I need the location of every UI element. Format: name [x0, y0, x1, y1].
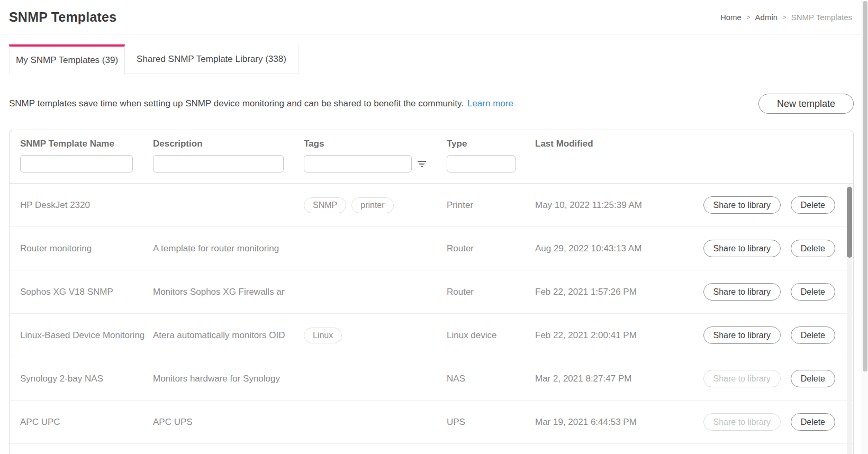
delete-button[interactable]: Delete — [791, 283, 835, 301]
type-filter-input[interactable] — [447, 155, 516, 172]
tab-my-snmp-templates[interactable]: My SNMP Templates (39) — [9, 44, 125, 74]
row-actions: Share to library Delete — [662, 326, 835, 344]
template-last-modified-cell: Mar 2, 2021 8:27:47 PM — [535, 374, 662, 384]
table-row: Linux-Based Device Monitoring Atera auto… — [10, 314, 853, 357]
table-row: HP DeskJet 2320 SNMPprinter Printer May … — [10, 184, 853, 227]
delete-button[interactable]: Delete — [791, 413, 835, 431]
template-last-modified-cell: Mar 19, 2021 6:44:53 PM — [535, 417, 662, 428]
filter-icon[interactable] — [417, 160, 427, 168]
column-tags: Tags — [304, 139, 447, 183]
share-to-library-button[interactable]: Share to library — [703, 196, 781, 214]
template-type-cell: UPS — [447, 417, 535, 428]
template-tags-cell: SNMPprinter — [304, 197, 447, 213]
name-filter-input[interactable] — [20, 155, 133, 172]
column-header-type: Type — [447, 139, 535, 149]
template-type-cell: Router — [447, 243, 535, 254]
intro-text-body: SNMP templates save time when setting up… — [9, 98, 464, 108]
delete-button[interactable]: Delete — [791, 196, 835, 214]
template-name-cell: APC UPC — [20, 417, 153, 428]
page-title: SNMP Templates — [9, 10, 116, 25]
row-actions: Share to library Delete — [662, 283, 835, 301]
delete-button[interactable]: Delete — [791, 326, 835, 344]
template-name-cell: HP DeskJet 2320 — [20, 200, 153, 211]
column-header-last-modified: Last Modified — [535, 139, 662, 149]
page-scrollbar-track — [862, 0, 868, 454]
table-row: Router monitoring A template for router … — [10, 227, 853, 270]
column-description: Description — [153, 139, 304, 183]
breadcrumb: Home > Admin > SNMP Templates — [720, 13, 852, 22]
tabs-bar: My SNMP Templates (39) Shared SNMP Templ… — [9, 44, 868, 74]
column-name: SNMP Template Name — [20, 139, 153, 183]
template-name-cell: Linux-Based Device Monitoring — [20, 330, 153, 341]
table-scrollbar-track — [847, 184, 852, 454]
breadcrumb-separator: > — [746, 13, 751, 21]
share-to-library-button: Share to library — [703, 370, 781, 387]
column-last-modified: Last Modified — [535, 139, 662, 183]
template-name-cell: Router monitoring — [20, 243, 153, 254]
table-body: HP DeskJet 2320 SNMPprinter Printer May … — [10, 184, 853, 444]
row-actions: Share to library Delete — [662, 240, 835, 257]
page-scrollbar-thumb[interactable] — [863, 1, 867, 371]
learn-more-link[interactable]: Learn more — [467, 98, 513, 108]
row-actions: Share to library Delete — [662, 413, 835, 431]
template-description-cell: Monitors hardware for Synology — [153, 374, 285, 384]
table-header-row: SNMP Template Name Description Tags — [10, 130, 853, 184]
column-header-description: Description — [153, 139, 304, 149]
template-type-cell: Linux device — [447, 330, 535, 341]
row-actions: Share to library Delete — [662, 196, 835, 214]
template-description-cell: A template for router monitoring — [153, 243, 285, 254]
share-to-library-button[interactable]: Share to library — [703, 240, 781, 257]
template-description-cell: Monitors Sophos XG Firewalls and — [153, 287, 285, 297]
template-last-modified-cell: Aug 29, 2022 10:43:13 AM — [535, 243, 662, 254]
table-scrollbar-thumb[interactable] — [847, 187, 852, 258]
app-header: SNMP Templates Home > Admin > SNMP Templ… — [0, 0, 868, 34]
intro-row: SNMP templates save time when setting up… — [9, 94, 854, 114]
breadcrumb-current: SNMP Templates — [791, 13, 852, 22]
template-type-cell: Router — [447, 287, 535, 297]
intro-text: SNMP templates save time when setting up… — [9, 98, 513, 109]
template-type-cell: Printer — [447, 200, 535, 211]
tags-filter-input[interactable] — [304, 155, 412, 172]
column-header-name: SNMP Template Name — [20, 139, 153, 149]
tag-pill: Linux — [304, 328, 342, 343]
template-last-modified-cell: May 10, 2022 11:25:39 AM — [535, 200, 662, 211]
table-row: APC UPC APC UPS UPS Mar 19, 2021 6:44:53… — [10, 401, 853, 444]
tab-shared-snmp-template-library[interactable]: Shared SNMP Template Library (338) — [125, 44, 299, 74]
column-type: Type — [447, 139, 535, 183]
breadcrumb-separator: > — [782, 13, 786, 21]
snmp-templates-table: SNMP Template Name Description Tags — [9, 130, 854, 454]
template-description-cell: APC UPS — [153, 417, 285, 428]
template-name-cell: Sophos XG V18 SNMP — [20, 287, 153, 297]
share-to-library-button: Share to library — [703, 413, 781, 431]
template-description-cell: Atera automatically monitors OIDs — [153, 330, 285, 341]
template-name-cell: Synology 2-bay NAS — [20, 374, 153, 384]
template-type-cell: NAS — [447, 374, 535, 384]
tab-label: My SNMP Templates (39) — [16, 55, 118, 66]
table-row: Synology 2-bay NAS Monitors hardware for… — [10, 357, 853, 401]
tag-pill: SNMP — [304, 197, 346, 213]
tag-pill: printer — [351, 197, 393, 213]
breadcrumb-admin[interactable]: Admin — [755, 13, 778, 22]
column-header-tags: Tags — [304, 139, 447, 149]
tab-label: Shared SNMP Template Library (338) — [137, 54, 286, 65]
description-filter-input[interactable] — [153, 155, 284, 172]
delete-button[interactable]: Delete — [791, 370, 835, 387]
breadcrumb-home[interactable]: Home — [720, 13, 742, 22]
template-last-modified-cell: Feb 22, 2021 1:57:26 PM — [535, 287, 662, 297]
template-last-modified-cell: Feb 22, 2021 2:00:41 PM — [535, 330, 662, 341]
row-actions: Share to library Delete — [662, 370, 835, 387]
template-tags-cell: Linux — [304, 328, 447, 343]
table-row: Sophos XG V18 SNMP Monitors Sophos XG Fi… — [10, 270, 853, 314]
share-to-library-button[interactable]: Share to library — [703, 326, 781, 344]
new-template-button[interactable]: New template — [758, 94, 854, 114]
share-to-library-button[interactable]: Share to library — [703, 283, 781, 301]
delete-button[interactable]: Delete — [791, 240, 835, 257]
